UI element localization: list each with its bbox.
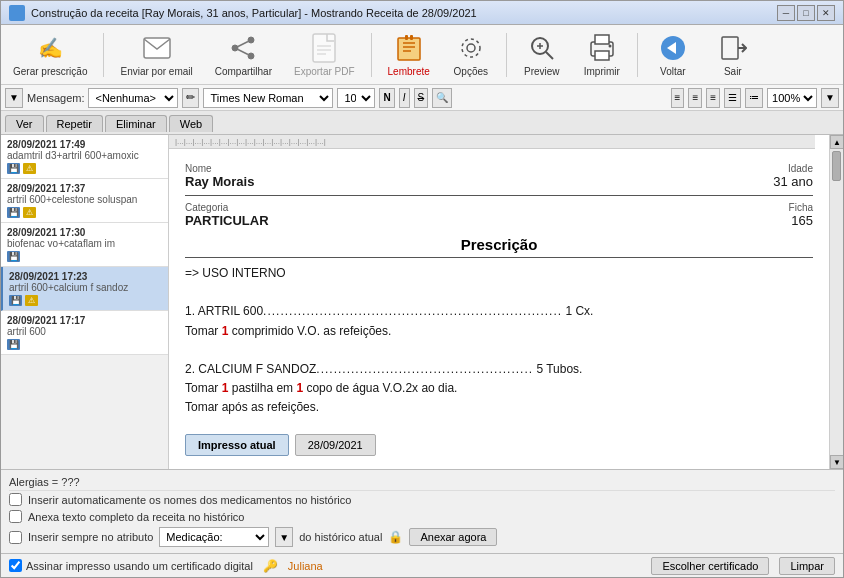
toolbar-preview-label: Preview	[524, 66, 560, 77]
scroll-up-btn[interactable]: ▲	[830, 135, 843, 149]
sidebar-icons-4: 💾	[7, 339, 162, 350]
maximize-button[interactable]: □	[797, 5, 815, 21]
age-label: Idade	[773, 163, 813, 174]
toolbar-opcoes-label: Opções	[454, 66, 488, 77]
toolbar-opcoes[interactable]: Opções	[446, 30, 496, 79]
item2-number: 2.	[185, 362, 198, 376]
ficha-block: Ficha 165	[789, 202, 813, 228]
clear-btn[interactable]: Limpar	[779, 557, 835, 575]
anexar-agora-btn[interactable]: Anexar agora	[409, 528, 497, 546]
toolbar-imprimir-label: Imprimir	[584, 66, 620, 77]
svg-rect-23	[595, 35, 609, 44]
checkbox-1[interactable]	[9, 493, 22, 506]
toolbar-export[interactable]: Exportar PDF	[288, 30, 361, 79]
fontsize-select[interactable]: 10	[337, 88, 375, 108]
toolbar-lembrete-label: Lembrete	[388, 66, 430, 77]
item1-qty: 1 Cx.	[562, 304, 593, 318]
sidebar-desc-3: artril 600+calcium f sandoz	[9, 282, 162, 293]
toolbar-export-label: Exportar PDF	[294, 66, 355, 77]
title-bar: Construção da receita [Ray Morais, 31 an…	[1, 1, 843, 25]
svg-point-1	[248, 37, 254, 43]
window-title: Construção da receita [Ray Morais, 31 an…	[31, 7, 477, 19]
save-icon-1: 💾	[7, 207, 20, 218]
align-center-btn[interactable]: ≡	[688, 88, 702, 108]
choose-cert-btn[interactable]: Escolher certificado	[651, 557, 769, 575]
sidebar: 28/09/2021 17:49 adamtril d3+artril 600+…	[1, 135, 169, 469]
toolbar-sair[interactable]: Sair	[708, 30, 758, 79]
sidebar-date-0: 28/09/2021 17:49	[7, 139, 162, 150]
toolbar-gerar[interactable]: ✍ Gerar prescrição	[7, 30, 93, 79]
tab-eliminar[interactable]: Eliminar	[105, 115, 167, 132]
toolbar-share[interactable]: Compartilhar	[209, 30, 278, 79]
prescricao-body: => USO INTERNO 1. ARTRIL 600............…	[185, 264, 813, 418]
tab-web[interactable]: Web	[169, 115, 213, 132]
bottom-bar: Alergias = ??? Inserir automaticamente o…	[1, 469, 843, 553]
close-button[interactable]: ✕	[817, 5, 835, 21]
message-select[interactable]: <Nenhuma>	[88, 88, 178, 108]
warning-icon-1: ⚠	[23, 207, 36, 218]
minimize-button[interactable]: ─	[777, 5, 795, 21]
sidebar-desc-4: artril 600	[7, 326, 162, 337]
cert-checkbox[interactable]	[9, 559, 22, 572]
dropdown-arrow-btn[interactable]: ▼	[5, 88, 23, 108]
sidebar-date-2: 28/09/2021 17:30	[7, 227, 162, 238]
checkbox-3-label: Inserir sempre no atributo	[28, 531, 153, 543]
zoom-dropdown-btn[interactable]: ▼	[821, 88, 839, 108]
tab-ver[interactable]: Ver	[5, 115, 44, 132]
print-btn-atual[interactable]: Impresso atual	[185, 434, 289, 456]
sidebar-item-1[interactable]: 28/09/2021 17:37 artril 600+celestone so…	[1, 179, 168, 223]
item-1-name: 1. ARTRIL 600...........................…	[185, 302, 813, 321]
sidebar-item-0[interactable]: 28/09/2021 17:49 adamtril d3+artril 600+…	[1, 135, 168, 179]
align-left-btn[interactable]: ≡	[671, 88, 685, 108]
zoom-select[interactable]: 100%	[767, 88, 817, 108]
item2-qty: 5 Tubos.	[533, 362, 582, 376]
attribute-select[interactable]: Medicação:	[159, 527, 269, 547]
toolbar-email[interactable]: Enviar por email	[114, 30, 198, 79]
svg-rect-10	[398, 38, 420, 60]
toolbar-imprimir[interactable]: Imprimir	[577, 30, 627, 79]
sep2	[371, 33, 372, 77]
tab-repetir[interactable]: Repetir	[46, 115, 103, 132]
email-icon	[141, 32, 173, 64]
content-area: |...|...|...|...|...|...|...|...|...|...…	[169, 135, 829, 469]
cert-user-link[interactable]: Juliana	[288, 560, 323, 572]
toolbar-lembrete[interactable]: Lembrete	[382, 30, 436, 79]
bold-btn[interactable]: N	[379, 88, 394, 108]
print-btn-date[interactable]: 28/09/2021	[295, 434, 376, 456]
save-icon-2: 💾	[7, 251, 20, 262]
font-select[interactable]: Times New Roman	[203, 88, 333, 108]
sidebar-icons-0: 💾 ⚠	[7, 163, 162, 174]
italic-btn[interactable]: I	[399, 88, 410, 108]
checkbox-2-label: Anexa texto completo da receita no histó…	[28, 511, 244, 523]
toolbar-voltar[interactable]: Voltar	[648, 30, 698, 79]
search-btn[interactable]: 🔍	[432, 88, 452, 108]
dropdown-arrow-attr[interactable]: ▼	[275, 527, 293, 547]
align-right-btn[interactable]: ≡	[706, 88, 720, 108]
edit-message-btn[interactable]: ✏	[182, 88, 199, 108]
svg-rect-15	[410, 35, 413, 40]
name-label: Nome	[185, 163, 254, 174]
toolbar-sair-label: Sair	[724, 66, 742, 77]
checkbox-2[interactable]	[9, 510, 22, 523]
cert-checkbox-label: Assinar impresso usando um certificado d…	[26, 560, 253, 572]
item2-drug: CALCIUM F SANDOZ	[198, 362, 316, 376]
sidebar-item-4[interactable]: 28/09/2021 17:17 artril 600 💾	[1, 311, 168, 355]
sidebar-item-2[interactable]: 28/09/2021 17:30 biofenac vo+cataflam im…	[1, 223, 168, 267]
age-value: 31 ano	[773, 174, 813, 189]
tabs-bar: Ver Repetir Eliminar Web	[1, 111, 843, 135]
toolbar-preview[interactable]: Preview	[517, 30, 567, 79]
save-icon-4: 💾	[7, 339, 20, 350]
scroll-thumb[interactable]	[832, 151, 841, 181]
document-content: Nome Ray Morais Idade 31 ano Categoria P…	[185, 163, 813, 456]
scroll-down-btn[interactable]: ▼	[830, 455, 843, 469]
ficha-label: Ficha	[789, 202, 813, 213]
list-num-btn[interactable]: ≔	[745, 88, 763, 108]
scrollbar: ▲ ▼	[829, 135, 843, 469]
checkbox-3[interactable]	[9, 531, 22, 544]
sidebar-date-4: 28/09/2021 17:17	[7, 315, 162, 326]
strikethrough-btn[interactable]: S	[414, 88, 429, 108]
sidebar-item-3[interactable]: 28/09/2021 17:23 artril 600+calcium f sa…	[1, 267, 168, 311]
main-window: Construção da receita [Ray Morais, 31 an…	[0, 0, 844, 578]
list-btn[interactable]: ☰	[724, 88, 741, 108]
scroll-track-empty	[830, 183, 843, 455]
